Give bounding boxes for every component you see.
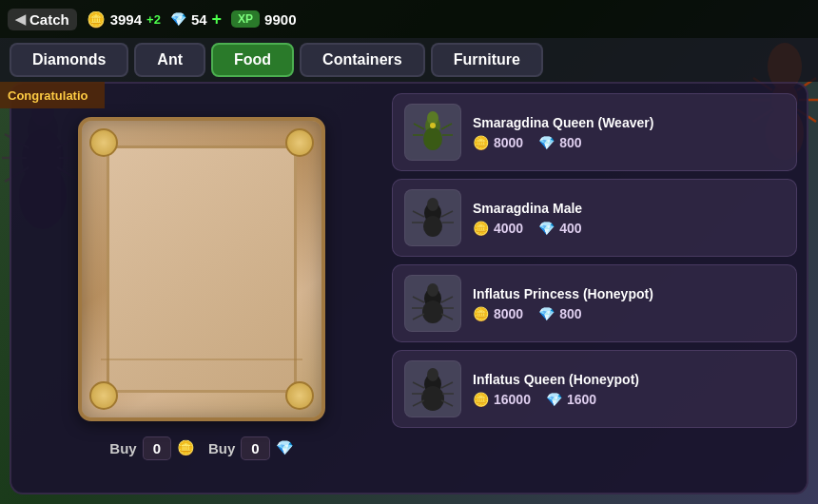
svg-point-26 <box>430 123 436 128</box>
list-item[interactable]: Smaragdina Queen (Weaver) 🪙 8000 💎 800 <box>392 93 797 171</box>
list-item[interactable]: Smaragdina Male 🪙 4000 💎 400 <box>392 179 797 257</box>
gem-price-icon: 💎 <box>538 306 555 321</box>
gem-price-icon: 💎 <box>546 392 562 407</box>
card-corner-tr <box>285 128 314 157</box>
back-label: Catch <box>29 11 69 28</box>
coin-price-value: 8000 <box>494 135 523 150</box>
tab-diamonds[interactable]: Diamonds <box>10 43 128 77</box>
card-panel: Buy 0 🪙 Buy 0 💎 <box>11 84 392 493</box>
gem-price: 💎 400 <box>538 221 581 236</box>
buy-label-gem: Buy <box>208 440 235 456</box>
svg-line-32 <box>441 211 453 217</box>
item-name: Smaragdina Queen (Weaver) <box>473 115 785 130</box>
coin-price-icon: 🪙 <box>473 392 489 407</box>
card-divider-line <box>101 359 302 360</box>
xp-value: 9900 <box>264 11 296 28</box>
item-thumbnail <box>404 275 461 332</box>
coin-price: 🪙 8000 <box>473 135 523 150</box>
item-prices: 🪙 8000 💎 800 <box>473 306 785 321</box>
buy-coin-group: Buy 0 🪙 <box>109 436 195 460</box>
coin-price: 🪙 8000 <box>473 306 523 321</box>
coin-price-value: 16000 <box>494 392 531 407</box>
item-info: Smaragdina Queen (Weaver) 🪙 8000 💎 800 <box>473 115 785 150</box>
coins-group: 🪙 3994 +2 <box>87 10 161 29</box>
gem-price-value: 1600 <box>567 392 596 407</box>
diamonds-group: 💎 54 + <box>170 10 222 29</box>
coin-price-icon: 🪙 <box>473 135 489 150</box>
coin-price-value: 8000 <box>494 306 523 321</box>
svg-point-20 <box>423 127 442 150</box>
back-button[interactable]: ◀ Catch <box>8 9 77 30</box>
top-bar: ◀ Catch 🪙 3994 +2 💎 54 + XP 9900 <box>0 0 818 38</box>
svg-point-44 <box>421 386 444 411</box>
svg-line-49 <box>441 382 453 388</box>
xp-badge: XP <box>231 10 260 28</box>
item-thumbnail <box>404 360 461 417</box>
item-prices: 🪙 8000 💎 800 <box>473 135 785 150</box>
tab-food[interactable]: Food <box>211 43 294 77</box>
coins-bonus: +2 <box>146 12 161 27</box>
gem-price: 💎 800 <box>538 306 581 321</box>
gem-price-value: 800 <box>559 306 581 321</box>
list-item[interactable]: Inflatus Princess (Honeypot) 🪙 8000 💎 80… <box>392 264 797 342</box>
item-prices: 🪙 16000 💎 1600 <box>473 392 785 407</box>
coin-price: 🪙 16000 <box>473 392 531 407</box>
buy-gem-group: Buy 0 💎 <box>208 436 294 460</box>
item-card-frame <box>78 117 325 421</box>
buy-coin-icon: 🪙 <box>177 439 195 456</box>
item-list: Smaragdina Queen (Weaver) 🪙 8000 💎 800 <box>392 84 807 493</box>
svg-point-35 <box>422 300 443 323</box>
svg-point-28 <box>423 216 442 237</box>
svg-line-46 <box>413 382 424 388</box>
svg-line-37 <box>413 297 424 302</box>
buy-coin-count[interactable]: 0 <box>143 436 171 460</box>
tab-ant[interactable]: Ant <box>134 43 205 77</box>
buy-label-coin: Buy <box>109 440 136 456</box>
gem-price-value: 400 <box>559 221 581 236</box>
tab-furniture[interactable]: Furniture <box>431 43 543 77</box>
item-thumbnail <box>404 104 461 161</box>
card-corner-bl <box>89 381 118 410</box>
gem-price-icon: 💎 <box>538 221 555 236</box>
gem-price-icon: 💎 <box>538 135 555 150</box>
tabs-bar: Diamonds Ant Food Containers Furniture <box>0 38 818 82</box>
coin-price-icon: 🪙 <box>473 221 489 236</box>
coin-price-value: 4000 <box>494 221 523 236</box>
gem-price-value: 800 <box>559 135 581 150</box>
svg-point-36 <box>427 283 438 297</box>
list-item[interactable]: Inflatus Queen (Honeypot) 🪙 16000 💎 1600 <box>392 350 797 428</box>
coins-value: 3994 <box>110 11 142 28</box>
item-name: Inflatus Princess (Honeypot) <box>473 286 785 301</box>
svg-line-22 <box>414 124 424 129</box>
main-panel: Buy 0 🪙 Buy 0 💎 <box>10 82 808 494</box>
gem-price: 💎 800 <box>538 135 581 150</box>
coin-price-icon: 🪙 <box>473 306 489 321</box>
item-info: Smaragdina Male 🪙 4000 💎 400 <box>473 201 785 236</box>
gem-price: 💎 1600 <box>546 392 596 407</box>
item-name: Inflatus Queen (Honeypot) <box>473 372 785 387</box>
item-prices: 🪙 4000 💎 400 <box>473 221 785 236</box>
card-corner-br <box>285 381 314 410</box>
buy-gem-icon: 💎 <box>276 439 294 456</box>
tab-containers[interactable]: Containers <box>300 43 425 77</box>
congrats-text: Congratulatio <box>8 88 88 103</box>
svg-line-24 <box>441 124 452 129</box>
back-arrow-icon: ◀ <box>15 11 26 27</box>
svg-line-39 <box>413 314 424 320</box>
item-info: Inflatus Princess (Honeypot) 🪙 8000 💎 80… <box>473 286 785 321</box>
svg-point-21 <box>427 111 438 125</box>
svg-line-30 <box>413 211 424 217</box>
coin-icon: 🪙 <box>87 10 106 29</box>
card-inner <box>107 145 297 393</box>
coin-price: 🪙 4000 <box>473 221 523 236</box>
item-name: Smaragdina Male <box>473 201 785 216</box>
svg-line-40 <box>441 297 453 302</box>
add-diamonds-button[interactable]: + <box>212 10 223 29</box>
buy-row: Buy 0 🪙 Buy 0 💎 <box>109 436 293 460</box>
item-thumbnail <box>404 189 461 246</box>
diamonds-value: 54 <box>191 11 207 28</box>
svg-point-45 <box>427 368 438 381</box>
gem-icon: 💎 <box>170 11 186 27</box>
buy-gem-count[interactable]: 0 <box>241 436 269 460</box>
item-info: Inflatus Queen (Honeypot) 🪙 16000 💎 1600 <box>473 372 785 407</box>
